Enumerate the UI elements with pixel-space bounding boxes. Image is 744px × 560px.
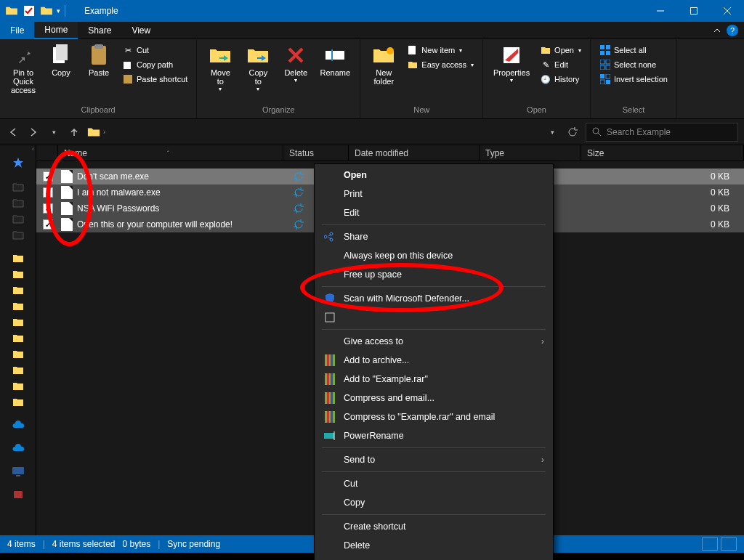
ctx-cut[interactable]: Cut [315, 474, 553, 493]
tab-home[interactable]: Home [34, 22, 78, 39]
qat-folder-icon[interactable] [39, 4, 54, 18]
history-button[interactable]: 🕘History [537, 73, 584, 86]
row-checkbox[interactable] [43, 171, 53, 182]
copy-to-button[interactable]: Copy to▾ [240, 42, 275, 94]
tab-share[interactable]: Share [78, 22, 121, 39]
qat-checkbox-icon[interactable] [22, 4, 36, 18]
sidebar-item[interactable] [0, 362, 36, 378]
address-bar[interactable]: › [87, 126, 539, 139]
file-icon [61, 202, 73, 215]
select-none-button[interactable]: Select none [597, 58, 671, 71]
delete-button[interactable]: Delete▾ [278, 42, 313, 85]
sidebar-item[interactable] [0, 179, 36, 195]
sidebar-item[interactable] [0, 394, 36, 410]
address-dropdown[interactable]: ▾ [545, 125, 559, 139]
ctx-create-shortcut[interactable]: Create shortcut [315, 517, 553, 536]
back-button[interactable] [6, 125, 20, 139]
ctx-rename[interactable]: Rename [315, 555, 553, 560]
ctx-open[interactable]: Open [315, 166, 553, 184]
row-checkbox[interactable] [43, 219, 53, 230]
chevron-right-icon: › [541, 455, 544, 465]
maximize-button[interactable] [677, 0, 711, 22]
easy-access-button[interactable]: Easy access▾ [404, 58, 477, 71]
ctx-copy[interactable]: Copy [315, 493, 553, 512]
sidebar-item[interactable] [0, 250, 36, 266]
invert-selection-button[interactable]: Invert selection [597, 73, 671, 86]
ctx-compress-example-email[interactable]: Compress to "Example.rar" and email [315, 407, 553, 426]
col-checkbox[interactable] [36, 145, 58, 161]
ctx-add-to-example-rar[interactable]: Add to "Example.rar" [315, 370, 553, 389]
svg-rect-34 [14, 491, 23, 498]
history-dropdown[interactable]: ▾ [46, 125, 61, 139]
collapse-ribbon-icon[interactable] [713, 27, 721, 34]
sidebar-item[interactable] [0, 282, 36, 298]
ctx-print[interactable]: Print [315, 184, 553, 203]
view-details-button[interactable] [702, 537, 718, 551]
tab-view[interactable]: View [121, 22, 161, 39]
selected-bytes: 0 bytes [123, 539, 151, 549]
edit-button[interactable]: ✎Edit [537, 58, 584, 71]
paste-button[interactable]: Paste [81, 42, 116, 78]
sidebar-item[interactable] [0, 314, 36, 330]
sidebar-item[interactable] [0, 211, 36, 227]
ctx-hidden[interactable] [315, 308, 553, 327]
row-checkbox[interactable] [43, 187, 53, 198]
help-icon[interactable]: ? [727, 25, 738, 36]
sidebar-item[interactable] [0, 330, 36, 346]
row-checkbox[interactable] [43, 203, 53, 214]
copy-path-button[interactable]: Copy path [119, 58, 190, 71]
sidebar-item[interactable] [0, 298, 36, 314]
col-type[interactable]: Type [480, 145, 581, 161]
sidebar-onedrive[interactable] [0, 417, 36, 433]
move-to-button[interactable]: Move to▾ [203, 42, 238, 94]
open-button[interactable]: Open▾ [537, 44, 584, 57]
sidebar-quick-access[interactable] [0, 155, 36, 171]
svg-rect-48 [324, 433, 334, 439]
close-button[interactable] [711, 0, 744, 22]
col-name[interactable]: Nameˆ [58, 145, 283, 161]
col-date[interactable]: Date modified [349, 145, 480, 161]
new-item-button[interactable]: New item▾ [404, 44, 477, 57]
ctx-delete[interactable]: Delete [315, 536, 553, 555]
pin-button[interactable]: Pin to Quick access [6, 42, 41, 96]
ctx-send-to[interactable]: Send to› [315, 450, 553, 469]
ctx-give-access-to[interactable]: Give access to› [315, 332, 553, 351]
new-folder-button[interactable]: New folder [366, 42, 401, 87]
col-size[interactable]: Size [581, 145, 744, 161]
ctx-scan-defender[interactable]: Scan with Microsoft Defender... [315, 289, 553, 308]
sidebar-item[interactable] [0, 266, 36, 282]
select-all-button[interactable]: Select all [597, 44, 671, 57]
cut-button[interactable]: ✂Cut [119, 44, 190, 57]
sidebar-item[interactable] [0, 487, 36, 503]
qat-overflow-icon[interactable]: ▾ [57, 7, 60, 15]
view-thumbnails-button[interactable] [721, 537, 737, 551]
sidebar-this-pc[interactable] [0, 463, 36, 479]
rename-icon [323, 429, 336, 442]
rename-button[interactable]: Rename [316, 42, 354, 78]
ctx-compress-email[interactable]: Compress and email... [315, 389, 553, 407]
col-status[interactable]: Status [283, 145, 349, 161]
sidebar-onedrive[interactable] [0, 440, 36, 456]
sidebar-item[interactable] [0, 195, 36, 211]
breadcrumb-chevron-icon[interactable]: › [103, 128, 105, 136]
nav-collapse-icon[interactable]: ‹ [32, 145, 34, 155]
paste-shortcut-button[interactable]: Paste shortcut [119, 73, 190, 86]
sidebar-item[interactable] [0, 346, 36, 362]
ctx-keep-on-device[interactable]: Always keep on this device [315, 246, 553, 265]
properties-button[interactable]: Properties▾ [489, 42, 534, 85]
ctx-share[interactable]: Share [315, 227, 553, 246]
search-box[interactable]: Search Example [586, 123, 738, 142]
up-button[interactable] [67, 125, 81, 139]
minimize-button[interactable] [644, 0, 677, 22]
refresh-button[interactable] [565, 125, 580, 139]
ctx-free-up-space[interactable]: Free up space [315, 265, 553, 284]
ctx-add-to-archive[interactable]: Add to archive... [315, 351, 553, 370]
ctx-power-rename[interactable]: PowerRename [315, 426, 553, 445]
copy-button[interactable]: Copy [44, 42, 78, 78]
tab-file[interactable]: File [0, 22, 34, 39]
sidebar-item[interactable] [0, 227, 36, 243]
sidebar-item[interactable] [0, 378, 36, 394]
svg-rect-13 [326, 51, 344, 60]
ctx-edit[interactable]: Edit [315, 203, 553, 222]
forward-button[interactable] [26, 125, 41, 139]
